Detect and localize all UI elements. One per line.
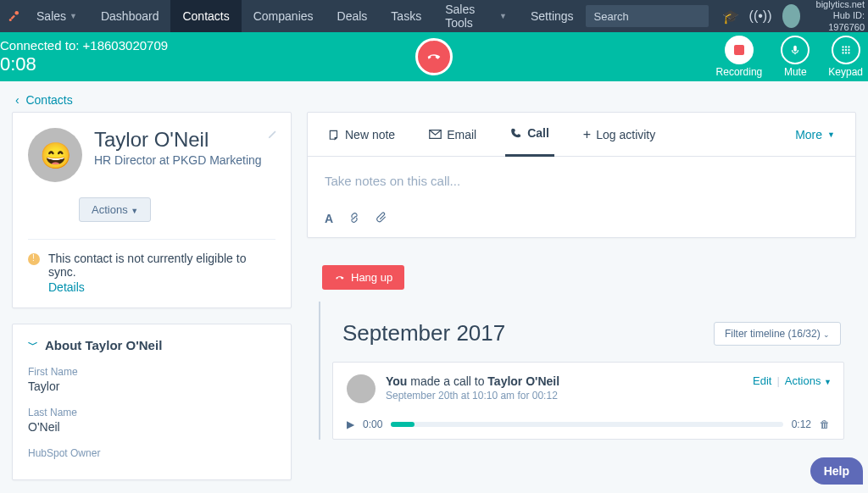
svg-point-7 xyxy=(842,49,843,51)
broadcast-icon[interactable]: ((•)) xyxy=(749,8,772,24)
academy-icon[interactable]: 🎓 xyxy=(722,8,739,25)
nav-contacts[interactable]: Contacts xyxy=(170,0,241,32)
contact-summary-card: 😄 Taylor O'Neil HR Director at PKGD Mark… xyxy=(12,112,292,308)
nav-deals[interactable]: Deals xyxy=(326,0,380,32)
play-button[interactable]: ▶ xyxy=(347,418,354,430)
keypad-toggle[interactable]: Keypad xyxy=(828,36,863,78)
svg-point-1 xyxy=(8,19,11,21)
tab-log-activity[interactable]: + Log activity xyxy=(578,113,660,157)
activity-timeline: September 2017 Filter timeline (16/32) ⌄… xyxy=(307,302,856,440)
active-call-bar: Connected to: +18603020709 0:08 Recordin… xyxy=(0,32,868,81)
contact-photo[interactable]: 😄 xyxy=(28,128,82,182)
call-timer: 0:08 xyxy=(0,53,168,75)
playback-end: 0:12 xyxy=(792,418,811,430)
tab-call[interactable]: Call xyxy=(505,113,554,157)
connected-label: Connected to: xyxy=(0,38,79,53)
field-label: First Name xyxy=(28,366,275,378)
svg-point-4 xyxy=(842,46,843,47)
breadcrumb-back[interactable]: ‹ Contacts xyxy=(0,81,868,112)
chevron-down-icon: ⌄ xyxy=(823,330,830,339)
first-name-value[interactable]: Taylor xyxy=(28,379,275,393)
nav-companies[interactable]: Companies xyxy=(242,0,326,32)
field-label: Last Name xyxy=(28,407,275,418)
sync-details-link[interactable]: Details xyxy=(48,280,275,294)
chevron-left-icon: ‹ xyxy=(15,93,19,107)
recording-toggle[interactable]: Recording xyxy=(716,36,763,78)
filter-timeline-dropdown[interactable]: Filter timeline (16/32) ⌄ xyxy=(714,322,841,346)
call-notes-textarea[interactable]: Take notes on this call... xyxy=(308,157,855,205)
warning-icon xyxy=(28,253,40,265)
stop-icon xyxy=(734,45,744,55)
contact-subtitle: HR Director at PKGD Marketing xyxy=(94,153,262,167)
text-format-button[interactable]: A xyxy=(325,212,333,225)
chevron-down-icon: ﹀ xyxy=(28,338,38,352)
nav-sales-dropdown[interactable]: Sales▼ xyxy=(25,0,89,32)
timeline-edit-link[interactable]: Edit xyxy=(753,374,771,387)
tab-email[interactable]: Email xyxy=(424,113,481,157)
timeline-entry-meta: September 20th at 10:10 am for 00:12 xyxy=(386,390,559,402)
user-avatar[interactable] xyxy=(782,4,801,28)
svg-rect-3 xyxy=(794,46,798,52)
chevron-down-icon: ▼ xyxy=(70,12,77,20)
svg-point-6 xyxy=(848,46,849,47)
caret-down-icon: ▼ xyxy=(131,207,138,215)
field-label: HubSpot Owner xyxy=(28,447,275,459)
hubspot-logo[interactable] xyxy=(5,7,21,25)
delete-recording-icon[interactable]: 🗑 xyxy=(820,418,830,430)
global-search-input[interactable] xyxy=(586,5,709,27)
svg-point-5 xyxy=(844,46,846,47)
attachment-button[interactable] xyxy=(376,212,387,225)
timeline-call-entry: Edit | Actions ▼ You made a call to Tayl… xyxy=(332,362,844,440)
nav-settings[interactable]: Settings xyxy=(519,0,586,32)
account-menu[interactable]: biglytics.net Hub ID: 1976760 xyxy=(810,0,865,33)
actor-avatar xyxy=(347,374,376,403)
playback-start: 0:00 xyxy=(363,418,382,430)
help-widget[interactable]: Help xyxy=(810,457,863,485)
hang-up-button[interactable]: Hang up xyxy=(322,265,404,290)
svg-rect-2 xyxy=(10,15,14,19)
about-card: ﹀ About Taylor O'Neil First Name Taylor … xyxy=(12,324,292,480)
insert-link-button[interactable] xyxy=(348,212,360,225)
hangup-large-button[interactable] xyxy=(415,38,453,75)
nav-sales-tools[interactable]: Sales Tools▼ xyxy=(433,0,519,32)
chevron-down-icon: ▼ xyxy=(499,12,507,20)
nav-dashboard[interactable]: Dashboard xyxy=(89,0,171,32)
contact-name: Taylor O'Neil xyxy=(94,128,262,152)
svg-point-9 xyxy=(848,49,849,51)
last-name-value[interactable]: O'Neil xyxy=(28,420,275,434)
timeline-actions-dropdown[interactable]: Actions ▼ xyxy=(785,374,832,387)
email-icon xyxy=(429,130,442,139)
timeline-entry-title: You made a call to Taylor O'Neil xyxy=(386,374,559,388)
activity-editor-card: New note Email Call + Log activity More … xyxy=(307,112,856,238)
keypad-icon xyxy=(840,44,852,56)
plus-icon: + xyxy=(583,127,591,142)
microphone-icon xyxy=(789,44,801,56)
phone-icon xyxy=(510,127,522,139)
svg-point-8 xyxy=(844,49,846,51)
phone-hangup-icon xyxy=(425,47,443,66)
mute-toggle[interactable]: Mute xyxy=(781,36,810,78)
svg-point-10 xyxy=(842,52,843,53)
note-icon xyxy=(328,129,340,141)
svg-point-12 xyxy=(848,52,849,53)
timeline-month-heading: September 2017 xyxy=(342,320,505,346)
svg-point-11 xyxy=(844,52,846,53)
tabs-more-dropdown[interactable]: More ▼ xyxy=(790,113,840,157)
nav-tasks[interactable]: Tasks xyxy=(379,0,433,32)
contact-actions-dropdown[interactable]: Actions ▼ xyxy=(79,197,151,222)
phone-hangup-icon xyxy=(334,272,346,284)
edit-contact-icon[interactable] xyxy=(267,128,279,140)
call-phone-number: +18603020709 xyxy=(83,38,169,53)
top-nav: Sales▼ Dashboard Contacts Companies Deal… xyxy=(0,0,868,32)
caret-down-icon: ▼ xyxy=(824,378,832,386)
caret-down-icon: ▼ xyxy=(827,130,835,139)
svg-point-0 xyxy=(14,11,19,15)
about-heading-toggle[interactable]: ﹀ About Taylor O'Neil xyxy=(28,338,275,352)
tab-new-note[interactable]: New note xyxy=(323,113,400,157)
playback-scrubber[interactable] xyxy=(391,422,782,427)
sync-message: This contact is not currently eligible t… xyxy=(48,252,275,279)
